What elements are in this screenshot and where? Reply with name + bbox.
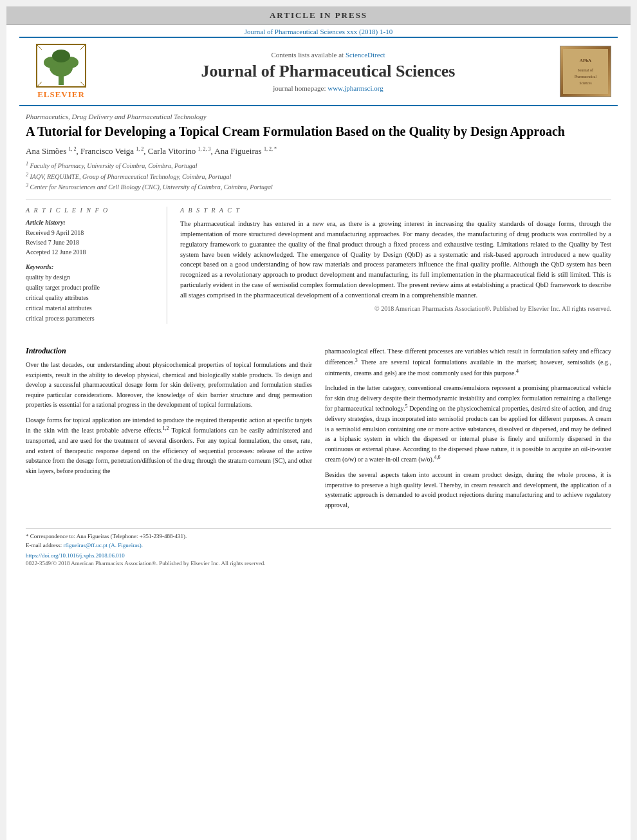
body-col-left: Introduction Over the last decades, our …: [26, 346, 312, 515]
abstract-text: The pharmaceutical industry has entered …: [180, 219, 611, 300]
svg-text:APhA: APhA: [580, 58, 591, 63]
footer-email-label: E-mail address:: [26, 542, 63, 548]
article-info-header: A R T I C L E I N F O: [26, 207, 157, 214]
svg-line-6: [37, 44, 42, 50]
body-col-right: pharmacological effect. These different …: [325, 346, 611, 515]
authors-line: Ana Simões 1, 2, Francisco Veiga 1, 2, C…: [26, 146, 611, 156]
article-section-label: Pharmaceutics, Drug Delivery and Pharmac…: [26, 113, 611, 120]
keywords-list: quality by designquality target product …: [26, 272, 157, 324]
page: ARTICLE IN PRESS Journal of Pharmaceutic…: [6, 6, 631, 840]
footer-area: * Correspondence to: Ana Figueiras (Tele…: [26, 528, 611, 566]
svg-line-8: [37, 82, 42, 87]
svg-line-9: [80, 82, 86, 87]
affil-1: 1 Faculty of Pharmacy, University of Coi…: [26, 160, 611, 171]
body-content: Introduction Over the last decades, our …: [6, 337, 631, 521]
affil-3: 3 Center for Neurosciences and Cell Biol…: [26, 182, 611, 192]
article-content: Pharmaceutics, Drug Delivery and Pharmac…: [6, 106, 631, 337]
history-received: Received 9 April 2018: [26, 228, 157, 238]
header-center: Contents lists available at ScienceDirec…: [103, 43, 553, 100]
svg-rect-0: [59, 75, 64, 85]
keyword-item: quality by design: [26, 272, 157, 283]
author-ana-simoes: Ana Simões 1, 2, Francisco Veiga 1, 2, C…: [26, 146, 277, 156]
intro-para-3: pharmacological effect. These different …: [325, 346, 611, 378]
svg-point-4: [52, 50, 70, 62]
footer-doi[interactable]: https://doi.org/10.1016/j.xphs.2018.06.0…: [26, 552, 611, 559]
abstract-col: A B S T R A C T The pharmaceutical indus…: [180, 207, 611, 324]
affil-2: 2 IAQV, REQUIMTE, Group of Pharmaceutica…: [26, 171, 611, 182]
secondary-logo: APhA Journal of Pharmaceutical Sciences: [560, 46, 611, 97]
keyword-item: critical process parameters: [26, 313, 157, 324]
history-revised: Revised 7 June 2018: [26, 238, 157, 247]
elsevier-brand-text: ELSEVIER: [37, 89, 85, 100]
intro-para-2: Dosage forms for topical application are…: [26, 415, 312, 476]
banner-text: ARTICLE IN PRESS: [270, 10, 367, 20]
header-left: ELSEVIER: [19, 43, 103, 100]
journal-ref-text: Journal of Pharmaceutical Sciences xxx (…: [245, 28, 392, 35]
homepage-prefix: journal homepage:: [273, 84, 328, 92]
intro-para-4: Included in the latter category, convent…: [325, 383, 611, 465]
article-history-label: Article history:: [26, 219, 157, 226]
keyword-item: quality target product profile: [26, 283, 157, 293]
article-info-col: A R T I C L E I N F O Article history: R…: [26, 207, 167, 324]
svg-text:Pharmaceutical: Pharmaceutical: [575, 75, 596, 79]
secondary-logo-icon: APhA Journal of Pharmaceutical Sciences: [563, 49, 608, 94]
journal-title: Journal of Pharmaceutical Sciences: [201, 61, 456, 81]
svg-text:Sciences: Sciences: [579, 81, 591, 85]
keyword-item: critical quality attributes: [26, 293, 157, 303]
abstract-header: A B S T R A C T: [180, 207, 611, 214]
footer-correspondence: * Correspondence to: Ana Figueiras (Tele…: [26, 532, 611, 541]
sciencedirect-link[interactable]: ScienceDirect: [346, 51, 385, 59]
homepage-line: journal homepage: www.jpharmsci.org: [273, 84, 383, 92]
article-main-title: A Tutorial for Developing a Topical Crea…: [26, 123, 611, 140]
elsevier-logo: ELSEVIER: [35, 43, 87, 100]
journal-ref-line: Journal of Pharmaceutical Sciences xxx (…: [6, 25, 631, 37]
svg-line-7: [80, 44, 86, 50]
footer-email-value[interactable]: rfigueiras@ff.uc.pt (A. Figueiras).: [63, 542, 143, 548]
sciencedirect-line: Contents lists available at ScienceDirec…: [271, 51, 385, 59]
two-col-section: A R T I C L E I N F O Article history: R…: [26, 200, 611, 324]
sciencedirect-prefix: Contents lists available at: [271, 51, 345, 59]
introduction-title: Introduction: [26, 346, 312, 356]
intro-para-5: Besides the several aspects taken into a…: [325, 470, 611, 510]
two-col-body: Introduction Over the last decades, our …: [26, 346, 611, 515]
history-accepted: Accepted 12 June 2018: [26, 247, 157, 257]
article-in-press-banner: ARTICLE IN PRESS: [6, 6, 631, 25]
footer-copyright: 0022-3549/© 2018 American Pharmacists As…: [26, 560, 611, 566]
intro-para-1: Over the last decades, our understanding…: [26, 360, 312, 410]
affiliations: 1 Faculty of Pharmacy, University of Coi…: [26, 160, 611, 192]
abstract-copyright: © 2018 American Pharmacists Association®…: [180, 305, 611, 312]
elsevier-tree-icon: [35, 43, 87, 88]
footer-email: E-mail address: rfigueiras@ff.uc.pt (A. …: [26, 541, 611, 550]
svg-text:Journal of: Journal of: [578, 68, 593, 72]
header-area: ELSEVIER Contents lists available at Sci…: [19, 37, 618, 106]
header-right: APhA Journal of Pharmaceutical Sciences: [553, 43, 618, 100]
keywords-label: Keywords:: [26, 263, 157, 270]
homepage-link[interactable]: www.jpharmsci.org: [328, 84, 383, 92]
keyword-item: critical material attributes: [26, 303, 157, 313]
